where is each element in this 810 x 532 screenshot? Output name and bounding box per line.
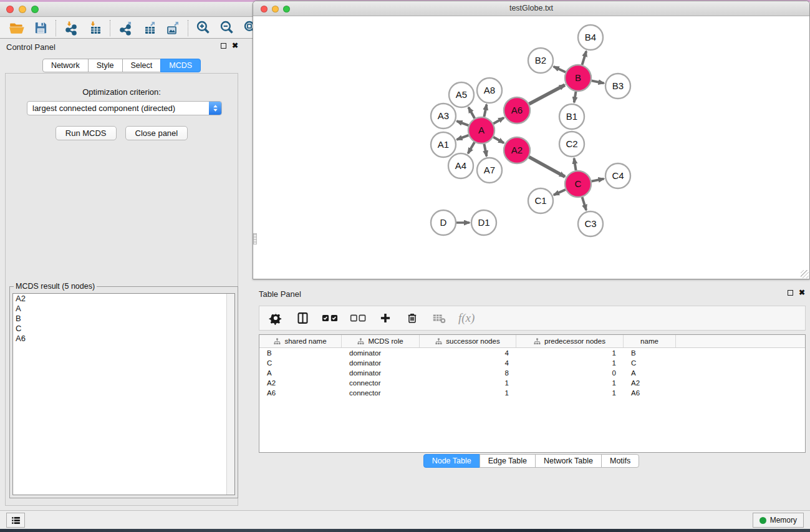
tab-network-table[interactable]: Network Table xyxy=(535,454,602,468)
graph-edge-B-B1[interactable] xyxy=(574,92,576,103)
float-panel-icon[interactable] xyxy=(221,43,226,49)
zoom-out-button[interactable] xyxy=(215,19,239,37)
float-table-panel-icon[interactable] xyxy=(788,290,793,296)
graph-node-B2[interactable]: B2 xyxy=(528,48,553,73)
graph-node-A3[interactable]: A3 xyxy=(431,104,456,128)
column-header-shared-name[interactable]: shared name xyxy=(259,335,342,347)
graph-node-A7[interactable]: A7 xyxy=(477,158,502,183)
graph-edge-C-C1[interactable] xyxy=(554,190,566,195)
graph-edge-A-A7[interactable] xyxy=(484,144,486,157)
graph-edge-A-A5[interactable] xyxy=(468,107,475,118)
table-row[interactable]: Bdominator41B xyxy=(259,348,805,358)
table-cell[interactable]: B xyxy=(259,349,342,357)
split-view-button[interactable] xyxy=(295,310,310,326)
table-cell[interactable]: A xyxy=(259,369,342,377)
result-item[interactable]: C xyxy=(13,324,234,334)
graph-node-A[interactable]: A xyxy=(468,117,494,143)
tab-node-table[interactable]: Node Table xyxy=(423,454,480,468)
table-cell[interactable]: 8 xyxy=(420,369,516,377)
network-window-titlebar[interactable]: testGlobe.txt xyxy=(253,1,809,16)
close-table-panel-icon[interactable]: ✖ xyxy=(799,289,805,296)
export-table-button[interactable] xyxy=(137,19,161,37)
table-cell[interactable]: connector xyxy=(342,389,420,397)
table-cell[interactable]: 4 xyxy=(420,359,516,367)
table-cell[interactable]: A2 xyxy=(624,379,676,387)
graph-node-A5[interactable]: A5 xyxy=(449,82,474,107)
splitter-grip[interactable] xyxy=(253,233,257,244)
import-table-button[interactable] xyxy=(83,19,107,37)
open-file-button[interactable] xyxy=(5,19,29,37)
graph-edge-B-B3[interactable] xyxy=(592,80,604,83)
table-cell[interactable]: A xyxy=(624,369,676,377)
column-header-predecessor-nodes[interactable]: predecessor nodes xyxy=(516,335,624,347)
table-cell[interactable]: dominator xyxy=(342,349,420,357)
graph-node-A4[interactable]: A4 xyxy=(448,153,473,178)
select-all-button[interactable] xyxy=(322,310,338,326)
graph-node-C[interactable]: C xyxy=(565,171,591,197)
column-header-MCDS-role[interactable]: MCDS role xyxy=(342,335,420,347)
graph-node-B3[interactable]: B3 xyxy=(605,74,630,99)
graph-edge-C-C4[interactable] xyxy=(592,179,604,181)
graph-edge-A-A4[interactable] xyxy=(468,142,475,153)
table-cell[interactable]: dominator xyxy=(342,359,420,367)
table-cell[interactable]: 1 xyxy=(420,379,516,387)
table-row[interactable]: A2connector11A2 xyxy=(259,378,805,388)
optimization-criterion-select[interactable]: largest connected component (directed) xyxy=(27,101,222,115)
zoom-in-button[interactable] xyxy=(191,19,215,37)
graph-edge-A2-C[interactable] xyxy=(529,157,565,177)
table-cell[interactable]: C xyxy=(624,359,676,367)
graph-edge-A-A3[interactable] xyxy=(457,121,469,125)
table-cell[interactable]: 1 xyxy=(516,389,624,397)
close-panel-button[interactable]: Close panel xyxy=(125,126,188,140)
graph-node-A8[interactable]: A8 xyxy=(477,78,502,103)
memory-button[interactable]: Memory xyxy=(753,513,804,528)
table-row[interactable]: Cdominator41C xyxy=(259,358,805,368)
table-row[interactable]: A6connector11A6 xyxy=(259,388,805,398)
save-session-button[interactable] xyxy=(29,19,52,37)
graph-node-C1[interactable]: C1 xyxy=(528,188,553,213)
deselect-all-button[interactable] xyxy=(350,310,366,326)
graph-node-C3[interactable]: C3 xyxy=(578,211,603,236)
table-cell[interactable]: A6 xyxy=(259,389,342,397)
graph-edge-A-A6[interactable] xyxy=(493,118,504,124)
graph-node-A2[interactable]: A2 xyxy=(504,137,530,163)
graph-node-B1[interactable]: B1 xyxy=(559,104,584,129)
graph-node-B[interactable]: B xyxy=(565,65,591,91)
column-header-successor-nodes[interactable]: successor nodes xyxy=(420,335,516,347)
table-cell[interactable]: 4 xyxy=(420,349,516,357)
resize-grip-icon[interactable] xyxy=(801,270,809,278)
graph-edge-A-A1[interactable] xyxy=(457,135,469,140)
export-image-button[interactable] xyxy=(161,19,185,37)
import-network-button[interactable] xyxy=(59,19,83,37)
tab-select[interactable]: Select xyxy=(122,59,162,72)
graph-node-B4[interactable]: B4 xyxy=(578,25,603,50)
result-item[interactable]: B xyxy=(13,314,234,324)
table-cell[interactable]: connector xyxy=(342,379,420,387)
close-panel-icon[interactable]: ✖ xyxy=(232,42,238,49)
settings-gear-button[interactable] xyxy=(268,310,283,326)
table-cell[interactable]: dominator xyxy=(342,369,420,377)
table-cell[interactable]: A6 xyxy=(624,389,676,397)
add-column-button[interactable] xyxy=(378,310,393,326)
graph-edge-A-A8[interactable] xyxy=(484,105,486,117)
result-item[interactable]: A xyxy=(13,304,234,314)
run-mcds-button[interactable]: Run MCDS xyxy=(55,126,117,140)
graph-node-A6[interactable]: A6 xyxy=(504,97,530,123)
mcds-result-list[interactable]: A2ABCA6 xyxy=(12,293,235,495)
network-canvas[interactable]: AA1A2A3A4A5A6A7A8BB1B2B3B4CC1C2C3C4DD1 xyxy=(253,17,809,279)
graph-edge-C-C3[interactable] xyxy=(582,197,587,210)
graph-edge-C-C2[interactable] xyxy=(574,158,576,171)
graph-node-D[interactable]: D xyxy=(431,210,456,235)
column-header-name[interactable]: name xyxy=(624,335,676,347)
graph-edge-B-B4[interactable] xyxy=(582,51,587,65)
show-panels-button[interactable] xyxy=(6,513,25,528)
graph-node-C2[interactable]: C2 xyxy=(559,132,584,157)
delete-column-button[interactable] xyxy=(405,310,420,326)
graph-node-D1[interactable]: D1 xyxy=(471,210,496,235)
result-item[interactable]: A6 xyxy=(13,334,234,344)
table-cell[interactable]: 1 xyxy=(516,359,624,367)
table-cell[interactable]: 1 xyxy=(516,379,624,387)
graph-edge-A-A2[interactable] xyxy=(493,137,504,143)
tab-edge-table[interactable]: Edge Table xyxy=(480,454,536,468)
table-cell[interactable]: 0 xyxy=(516,369,624,377)
